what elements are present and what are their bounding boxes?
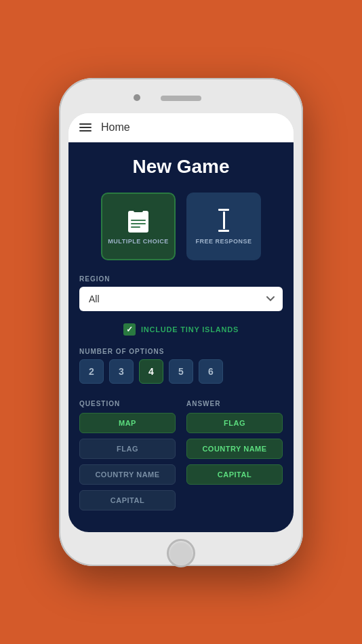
game-mode-row: MULTIPLE CHOICE FREE RESPONSE xyxy=(101,193,261,260)
clipboard-line-1 xyxy=(131,220,146,221)
phone-screen: Home New Game xyxy=(68,113,294,532)
qa-section: QUESTION MAP FLAG COUNTRY NAME CAPITAL A… xyxy=(79,400,283,516)
phone-bottom-area xyxy=(167,532,195,570)
clipboard-line-3 xyxy=(131,226,140,228)
tiny-islands-label: INCLUDE TINY ISLANDS xyxy=(141,325,239,334)
free-response-card[interactable]: FREE RESPONSE xyxy=(186,193,261,260)
free-response-label: FREE RESPONSE xyxy=(195,238,252,245)
phone-frame: Home New Game xyxy=(59,78,303,566)
hamburger-menu-button[interactable] xyxy=(79,123,92,132)
answer-country-name-btn[interactable]: COUNTRY NAME xyxy=(186,439,283,459)
clipboard-lines xyxy=(131,220,146,230)
number-options-label: NUMBER OF OPTIONS xyxy=(79,348,283,355)
answer-col-label: ANSWER xyxy=(186,400,283,407)
phone-speaker xyxy=(161,96,201,101)
question-col-label: QUESTION xyxy=(79,400,176,407)
question-flag-btn[interactable]: FLAG xyxy=(79,439,176,459)
question-capital-btn[interactable]: CAPITAL xyxy=(79,490,176,510)
number-options-section: NUMBER OF OPTIONS 2 3 4 5 6 xyxy=(79,348,283,397)
number-options-buttons: 2 3 4 5 6 xyxy=(79,359,283,384)
answer-col: ANSWER FLAG COUNTRY NAME CAPITAL xyxy=(186,400,283,516)
hamburger-line-3 xyxy=(79,130,92,132)
question-country-name-btn[interactable]: COUNTRY NAME xyxy=(79,464,176,485)
hamburger-line-2 xyxy=(79,127,92,128)
phone-camera xyxy=(134,94,140,101)
question-map-btn[interactable]: MAP xyxy=(79,413,176,433)
clipboard-icon xyxy=(128,208,148,233)
region-dropdown[interactable]: All Africa Americas Asia Europe Oceania xyxy=(79,287,283,311)
answer-flag-btn[interactable]: FLAG xyxy=(186,413,283,433)
num-option-2[interactable]: 2 xyxy=(79,359,104,384)
new-game-heading: New Game xyxy=(132,156,229,178)
answer-capital-btn[interactable]: CAPITAL xyxy=(186,464,283,485)
cursor-bot xyxy=(218,230,229,232)
home-button[interactable] xyxy=(167,539,195,567)
multiple-choice-card[interactable]: MULTIPLE CHOICE xyxy=(101,193,176,260)
hamburger-line-1 xyxy=(79,123,92,125)
cursor-top xyxy=(218,209,229,211)
tiny-islands-row: INCLUDE TINY ISLANDS xyxy=(123,323,239,336)
clipboard-line-2 xyxy=(131,223,146,224)
text-cursor-icon xyxy=(214,208,233,233)
multiple-choice-label: MULTIPLE CHOICE xyxy=(108,238,168,245)
question-col: QUESTION MAP FLAG COUNTRY NAME CAPITAL xyxy=(79,400,176,516)
top-bar: Home xyxy=(68,113,294,142)
num-option-5[interactable]: 5 xyxy=(169,359,193,384)
num-option-6[interactable]: 6 xyxy=(199,359,223,384)
num-option-4[interactable]: 4 xyxy=(139,359,163,384)
tiny-islands-checkbox[interactable] xyxy=(123,323,136,336)
region-section: REGION All Africa Americas Asia Europe O… xyxy=(79,275,283,311)
region-label: REGION xyxy=(79,275,283,283)
page-title-bar: Home xyxy=(101,121,130,134)
main-content: New Game MULTIPLE CHOICE xyxy=(68,142,294,532)
cursor-mid xyxy=(223,212,225,229)
num-option-3[interactable]: 3 xyxy=(109,359,134,384)
